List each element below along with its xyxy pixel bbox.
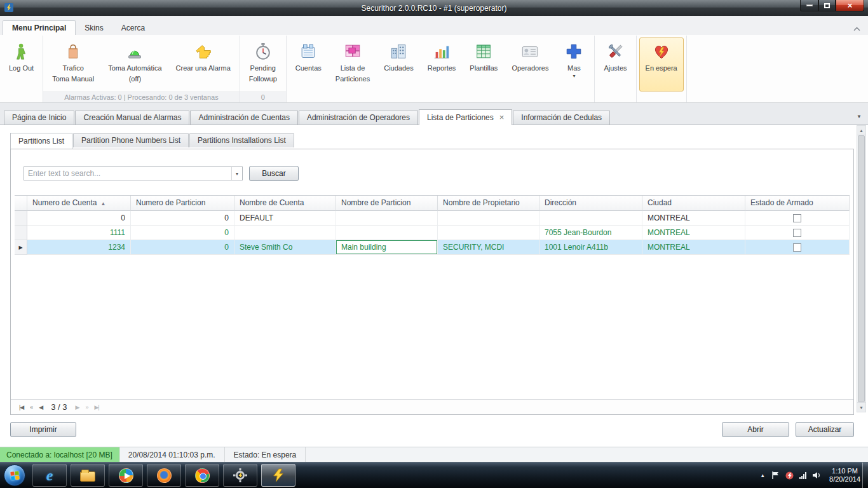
vertical-scrollbar[interactable]: ▲ ▼ <box>857 125 866 412</box>
grid-cell[interactable] <box>539 211 642 226</box>
doc-tab-informacion-cedulas[interactable]: Información de Cedulas <box>513 111 610 125</box>
doc-tab-administracion-cuentas[interactable]: Administración de Cuentas <box>190 111 297 125</box>
securithor-tray-icon[interactable] <box>785 471 794 480</box>
scroll-down-icon[interactable]: ▼ <box>857 402 865 412</box>
taskbar-firefox-button[interactable] <box>147 464 181 487</box>
en-espera-button[interactable]: En espera <box>639 37 684 92</box>
maximize-button[interactable] <box>818 0 836 11</box>
pager-prev-page-icon[interactable]: « <box>30 404 32 410</box>
chevron-down-icon: ▾ <box>573 74 575 79</box>
scrollbar-thumb[interactable] <box>858 135 865 402</box>
action-center-flag-icon[interactable] <box>771 471 780 480</box>
grid-cell[interactable] <box>438 226 539 240</box>
logout-button[interactable]: Log Out <box>3 37 40 92</box>
abrir-button[interactable]: Abrir <box>722 422 789 437</box>
armado-checkbox[interactable] <box>793 243 801 252</box>
grid-cell[interactable]: MONTREAL <box>642 226 745 240</box>
search-input[interactable] <box>24 167 231 180</box>
network-icon[interactable] <box>799 472 806 479</box>
grid-cell[interactable]: 1001 Lenoir A411b <box>539 240 642 255</box>
grid-cell[interactable]: 0 <box>131 211 234 226</box>
mas-button[interactable]: Mas ▾ <box>556 37 592 92</box>
grid-cell[interactable]: 0 <box>131 240 234 255</box>
taskbar-chrome-button[interactable] <box>185 464 219 487</box>
grid-cell[interactable]: 7055 Jean-Bourdon <box>539 226 642 240</box>
tab-close-icon[interactable]: × <box>499 114 505 121</box>
column-header-ciudad[interactable]: Ciudad <box>642 196 745 211</box>
pager-last-icon[interactable]: ▶| <box>94 404 98 410</box>
grid-cell[interactable]: SECURITY, MCDI <box>438 240 539 255</box>
doc-tab-administracion-operadores[interactable]: Administración de Operadores <box>299 111 418 125</box>
grid-cell[interactable] <box>745 240 850 255</box>
tab-list-dropdown-icon[interactable]: ▼ <box>857 114 862 119</box>
pager-next-page-icon[interactable]: » <box>85 404 88 410</box>
column-header-direccion[interactable]: Dirección <box>539 196 642 211</box>
cuentas-button[interactable]: Cuentas <box>289 37 328 92</box>
pending-followup-button[interactable]: Pending Followup <box>243 37 283 92</box>
grid-cell[interactable] <box>234 226 336 240</box>
tray-chevron-up-icon[interactable]: ▲ <box>760 473 765 478</box>
tab-partition-phone-numbers[interactable]: Partition Phone Numbers List <box>73 133 189 147</box>
toma-manual-button[interactable]: Trafico Toma Manual <box>46 37 100 92</box>
show-desktop-button[interactable] <box>862 463 868 488</box>
column-header-estado-armado[interactable]: Estado de Armado <box>745 196 850 211</box>
grid-cell[interactable]: DEFAULT <box>234 211 336 226</box>
armado-checkbox[interactable] <box>793 214 801 222</box>
taskbar-securithor-app-button[interactable] <box>261 464 295 487</box>
operadores-button[interactable]: Operadores <box>505 37 555 92</box>
grid-cell[interactable]: 0 <box>27 211 131 226</box>
taskbar-media-player-button[interactable] <box>109 464 143 487</box>
column-header-numero-particion[interactable]: Numero de Particion <box>131 196 234 211</box>
combo-dropdown-icon[interactable]: ▾ <box>231 167 242 180</box>
volume-icon[interactable] <box>812 471 821 479</box>
scroll-up-icon[interactable]: ▲ <box>857 126 865 135</box>
grid-cell[interactable] <box>336 226 438 240</box>
column-header-nombre-propietario[interactable]: Nombre de Propietario <box>438 196 539 211</box>
pager-next-icon[interactable]: ▶ <box>76 404 79 410</box>
toma-automatica-button[interactable]: Toma Automática (off) <box>102 37 168 92</box>
tab-partitions-list[interactable]: Partitions List <box>10 133 72 149</box>
buscar-button[interactable]: Buscar <box>249 166 299 181</box>
grid-cell[interactable]: 0 <box>131 226 234 240</box>
menu-tab-acerca[interactable]: Acerca <box>112 21 154 35</box>
imprimir-button[interactable]: Imprimir <box>10 422 76 437</box>
ajustes-button[interactable]: Ajustes <box>597 37 633 92</box>
crear-alarma-button[interactable]: Crear una Alarma <box>170 37 237 92</box>
close-button[interactable]: × <box>836 0 864 11</box>
lista-particiones-button[interactable]: Lista de Particiones <box>329 37 376 92</box>
taskbar-explorer-button[interactable] <box>71 464 105 487</box>
tab-partitions-installations[interactable]: Partitions Installations List <box>189 133 294 147</box>
reportes-button[interactable]: Reportes <box>421 37 463 92</box>
ribbon-collapse-icon[interactable] <box>853 27 860 31</box>
menu-tab-skins[interactable]: Skins <box>76 21 112 35</box>
plantillas-button[interactable]: Plantillas <box>463 37 504 92</box>
menu-tab-menu-principal[interactable]: Menu Principal <box>3 20 76 35</box>
pager-first-icon[interactable]: |◀ <box>19 404 24 410</box>
grid-cell[interactable]: Steve Smith Co <box>234 240 336 255</box>
doc-tab-lista-particiones[interactable]: Lista de Particiones × <box>419 109 512 125</box>
grid-cell[interactable]: MONTREAL <box>642 240 745 255</box>
grid-cell[interactable] <box>336 211 438 226</box>
column-header-nombre-particion[interactable]: Nombre de Particion <box>336 196 438 211</box>
grid-cell-focused[interactable]: Main building <box>336 240 438 255</box>
taskbar-securithor-config-button[interactable] <box>223 464 257 487</box>
doc-tab-pagina-de-inicio[interactable]: Página de Inicio <box>4 111 74 125</box>
grid-cell[interactable] <box>745 226 850 240</box>
ciudades-button[interactable]: Ciudades <box>377 37 419 92</box>
actualizar-button[interactable]: Actualizar <box>796 422 854 437</box>
titlebar[interactable]: Securithor 2.0.0.RC10 - #1 (superoperato… <box>0 0 868 16</box>
grid-cell[interactable]: 1234 <box>27 240 131 255</box>
grid-cell[interactable]: MONTREAL <box>642 211 745 226</box>
column-header-nombre-cuenta[interactable]: Nombre de Cuenta <box>234 196 336 211</box>
minimize-button[interactable] <box>800 0 818 11</box>
grid-cell[interactable] <box>438 211 539 226</box>
pager-prev-icon[interactable]: ◀ <box>39 404 43 410</box>
grid-cell[interactable]: 1111 <box>27 226 131 240</box>
start-button[interactable] <box>4 464 25 486</box>
column-header-numero-cuenta[interactable]: Numero de Cuenta▲ <box>27 196 131 211</box>
armado-checkbox[interactable] <box>793 229 801 237</box>
grid-cell[interactable] <box>745 211 850 226</box>
taskbar-clock[interactable]: 1:10 PM 8/20/2014 <box>829 467 860 484</box>
doc-tab-creacion-manual-alarmas[interactable]: Creación Manual de Alarmas <box>75 111 189 125</box>
taskbar-ie-button[interactable]: e <box>32 464 67 487</box>
